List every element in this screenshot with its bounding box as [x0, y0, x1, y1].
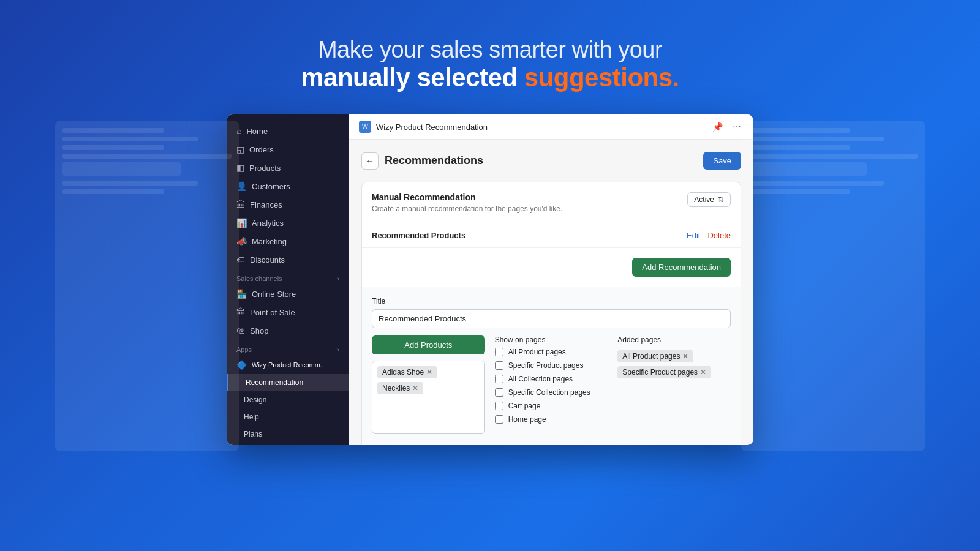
back-button[interactable]: ←	[361, 152, 379, 170]
top-bar-actions: 📌 ⋯	[710, 121, 744, 133]
status-label: Active	[694, 195, 714, 204]
hero-line2: manually selected suggestions.	[301, 63, 679, 92]
delete-button[interactable]: Delete	[707, 231, 731, 240]
checkbox-all-collection-input[interactable]	[495, 375, 503, 383]
checkbox-specific-collection-label: Specific Collection pages	[508, 388, 590, 397]
checkbox-specific-product-input[interactable]	[495, 361, 503, 370]
status-icon: ⇅	[718, 195, 724, 204]
manual-rec-header-left: Manual Recommendation Create a manual re…	[372, 192, 687, 213]
status-badge[interactable]: Active ⇅	[687, 192, 731, 207]
page-title: Recommendations	[385, 154, 483, 167]
hero-orange-text: suggestions.	[524, 63, 679, 92]
add-rec-area: Add Recommendation	[362, 248, 741, 287]
customers-icon: 👤	[236, 181, 247, 191]
checkbox-cart[interactable]: Cart page	[495, 402, 608, 410]
sidebar-item-orders[interactable]: ◱ Orders	[227, 140, 349, 159]
app-icon: W	[359, 121, 371, 133]
edit-button[interactable]: Edit	[687, 231, 700, 240]
pos-icon: 🏛	[236, 307, 245, 317]
rec-actions: Edit Delete	[687, 231, 731, 240]
checkbox-all-product[interactable]: All Product pages	[495, 348, 608, 356]
rec-products-title: Recommended Products	[372, 231, 466, 240]
sidebar-item-pos[interactable]: 🏛 Point of Sale	[227, 303, 349, 321]
page-tag-all-product: All Product pages ✕	[617, 350, 693, 362]
title-label: Title	[372, 297, 731, 305]
apps-header[interactable]: Apps ›	[227, 340, 349, 356]
checkbox-specific-product-label: Specific Product pages	[508, 361, 584, 370]
page-content: ← Recommendations Save Manual Recommenda…	[349, 140, 753, 445]
top-bar: W Wizy Product Recommendation 📌 ⋯	[349, 114, 753, 140]
product-tag-adidas-label: Adidas Shoe	[382, 368, 424, 377]
sales-channels-header[interactable]: Sales channels ›	[227, 269, 349, 285]
sidebar-item-marketing[interactable]: 📣 Marketing	[227, 232, 349, 250]
products-col: Add Products Adidas Shoe ✕ Necklies	[372, 335, 485, 434]
sales-channels-chevron: ›	[337, 276, 339, 282]
checkbox-all-product-input[interactable]	[495, 348, 503, 356]
hero-line1: Make your sales smarter with your	[301, 37, 679, 63]
page-tag-specific-product: Specific Product pages ✕	[617, 366, 711, 378]
checkbox-all-collection-label: All Collection pages	[508, 375, 573, 383]
main-content: W Wizy Product Recommendation 📌 ⋯ ← Reco…	[349, 114, 753, 445]
sidebar-item-home[interactable]: ⌂ Home	[227, 122, 349, 140]
product-tag-adidas: Adidas Shoe ✕	[377, 366, 437, 378]
manual-rec-card: Manual Recommendation Create a manual re…	[361, 182, 741, 445]
form-footer: Cancel Save	[362, 444, 741, 445]
add-products-button[interactable]: Add Products	[372, 335, 485, 354]
sidebar-subitem-recommendation[interactable]: Recommendation	[227, 374, 349, 391]
product-tags-area: Adidas Shoe ✕ Necklies ✕	[372, 361, 485, 434]
sidebar-subitem-plans[interactable]: Plans	[227, 425, 349, 443]
checkbox-home-label: Home page	[508, 415, 546, 424]
sidebar-item-products[interactable]: ◧ Products	[227, 159, 349, 177]
product-tag-necklies-remove[interactable]: ✕	[412, 384, 418, 392]
admin-layout: ⌂ Home ◱ Orders ◧ Products 👤 Customers 🏛	[227, 114, 753, 445]
sidebar-item-wizy[interactable]: 🔷 Wizy Product Recomm...	[227, 356, 349, 374]
form-section: Title Add Products Adidas Shoe	[362, 287, 741, 444]
online-store-icon: 🏪	[236, 289, 247, 299]
sidebar-item-online-store[interactable]: 🏪 Online Store	[227, 285, 349, 303]
sidebar-item-discounts[interactable]: 🏷 Discounts	[227, 250, 349, 269]
marketing-icon: 📣	[236, 236, 247, 246]
sidebar-item-analytics[interactable]: 📊 Analytics	[227, 214, 349, 232]
sidebar-subitem-design[interactable]: Design	[227, 391, 349, 408]
sidebar-item-finances[interactable]: 🏛 Finances	[227, 195, 349, 214]
product-tag-necklies-label: Necklies	[382, 384, 410, 392]
checkbox-specific-collection[interactable]: Specific Collection pages	[495, 388, 608, 397]
home-icon: ⌂	[236, 126, 241, 136]
save-button-main[interactable]: Save	[703, 152, 741, 170]
finances-icon: 🏛	[236, 200, 245, 209]
hero-white-text: manually selected	[301, 63, 517, 92]
checkbox-home[interactable]: Home page	[495, 415, 608, 424]
rec-products-header: Recommended Products Edit Delete	[362, 223, 741, 248]
added-pages-col: Added pages All Product pages ✕ Specific…	[617, 335, 731, 434]
checkbox-all-collection[interactable]: All Collection pages	[495, 375, 608, 383]
pin-button[interactable]: 📌	[710, 121, 725, 133]
browser-window: ⌂ Home ◱ Orders ◧ Products 👤 Customers 🏛	[227, 114, 753, 445]
mockup-wrapper: ⌂ Home ◱ Orders ◧ Products 👤 Customers 🏛	[227, 114, 753, 445]
sidebar: ⌂ Home ◱ Orders ◧ Products 👤 Customers 🏛	[227, 114, 349, 445]
add-recommendation-button[interactable]: Add Recommendation	[632, 258, 731, 277]
shop-icon: 🛍	[236, 326, 245, 335]
added-pages-area: All Product pages ✕ Specific Product pag…	[617, 348, 731, 421]
page-tag-all-product-label: All Product pages	[622, 352, 680, 361]
checkbox-all-product-label: All Product pages	[508, 348, 566, 356]
hero-section: Make your sales smarter with your manual…	[301, 37, 679, 92]
form-row: Add Products Adidas Shoe ✕ Necklies	[372, 335, 731, 434]
sidebar-item-shopify-search[interactable]: 🔷 Shopify Search & Dis...	[227, 443, 349, 445]
sidebar-subitem-help[interactable]: Help	[227, 408, 349, 425]
wizy-icon: 🔷	[236, 360, 247, 370]
ghost-panel-right	[741, 121, 925, 451]
sidebar-item-customers[interactable]: 👤 Customers	[227, 177, 349, 195]
products-icon: ◧	[236, 163, 244, 173]
checkbox-home-input[interactable]	[495, 415, 503, 424]
checkbox-specific-product[interactable]: Specific Product pages	[495, 361, 608, 370]
product-tag-adidas-remove[interactable]: ✕	[426, 368, 432, 377]
top-bar-title: Wizy Product Recommendation	[376, 122, 705, 132]
title-input[interactable]	[372, 309, 731, 328]
manual-rec-subtitle: Create a manual recommendation for the p…	[372, 204, 687, 213]
checkbox-specific-collection-input[interactable]	[495, 388, 503, 397]
apps-chevron: ›	[337, 347, 339, 353]
sidebar-item-shop[interactable]: 🛍 Shop	[227, 321, 349, 340]
checkbox-cart-input[interactable]	[495, 402, 503, 410]
page-tag-all-product-remove[interactable]: ✕	[682, 352, 688, 361]
page-tag-specific-product-remove[interactable]: ✕	[700, 368, 706, 377]
